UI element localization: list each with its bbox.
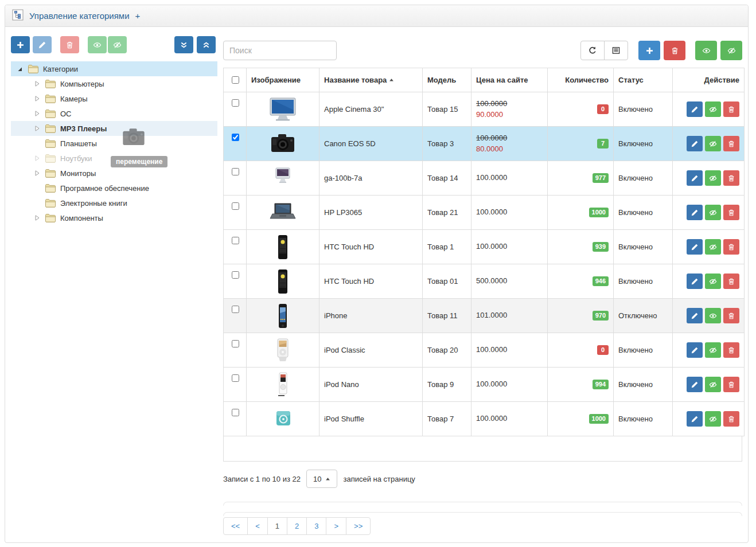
delete-button[interactable] (723, 170, 739, 186)
edit-button[interactable] (687, 101, 703, 117)
panel-add-link[interactable]: + (135, 11, 141, 21)
product-image (266, 337, 300, 364)
tree-item[interactable]: ОС (11, 106, 217, 121)
page-size-dropdown[interactable]: 10 (306, 470, 337, 488)
edit-button[interactable] (687, 308, 703, 323)
hide-button[interactable] (705, 136, 721, 151)
tree-item[interactable]: Электронные книги (11, 196, 217, 210)
column-header-image[interactable]: Изображение (247, 68, 319, 92)
edit-button[interactable] (687, 136, 703, 151)
show-products-button[interactable] (695, 41, 717, 60)
tree-expander-icon[interactable] (33, 214, 41, 222)
product-status: Включено (614, 402, 673, 436)
hide-products-button[interactable] (720, 41, 742, 60)
tree-expander-icon[interactable] (33, 124, 41, 132)
column-header-price[interactable]: Цена на сайте (471, 68, 548, 92)
row-checkbox[interactable] (232, 409, 239, 416)
hide-button[interactable] (705, 342, 721, 358)
row-checkbox[interactable] (232, 134, 239, 141)
edit-button[interactable] (687, 170, 703, 186)
edit-category-button[interactable] (33, 36, 52, 53)
collapse-all-button[interactable] (197, 36, 216, 53)
product-status: Включено (614, 368, 673, 402)
add-product-button[interactable] (638, 41, 660, 60)
table-header-row: Изображение Название товара Модель Цена … (224, 68, 745, 92)
tree-item[interactable]: Категории (11, 61, 217, 76)
select-all-checkbox[interactable] (232, 76, 239, 84)
hide-button[interactable] (705, 377, 721, 392)
expand-all-button[interactable] (174, 36, 193, 53)
row-checkbox[interactable] (232, 237, 239, 244)
column-header-name[interactable]: Название товара (319, 68, 423, 92)
hide-button[interactable] (705, 101, 721, 117)
hide-category-button[interactable] (108, 36, 127, 53)
hide-button[interactable] (705, 205, 721, 220)
page-button[interactable]: < (247, 517, 268, 535)
products-table-body: Apple Cinema 30" Товар 15 100.0000 90.00… (224, 92, 745, 436)
hide-button[interactable] (705, 274, 721, 289)
tree-expander-icon[interactable] (33, 80, 41, 88)
delete-button[interactable] (723, 136, 739, 151)
delete-category-button[interactable] (60, 36, 79, 53)
tree-item[interactable]: Компьютеры (11, 76, 217, 91)
column-header-model[interactable]: Модель (423, 68, 471, 92)
tree-item[interactable]: Мониторы (11, 166, 217, 181)
delete-button[interactable] (723, 101, 739, 117)
column-header-status[interactable]: Статус (614, 68, 673, 92)
tree-item[interactable]: Компоненты (11, 210, 217, 225)
edit-button[interactable] (687, 342, 703, 358)
edit-button[interactable] (687, 239, 703, 255)
row-checkbox[interactable] (232, 340, 239, 347)
row-checkbox[interactable] (232, 168, 239, 175)
edit-button[interactable] (687, 274, 703, 289)
row-checkbox[interactable] (232, 99, 239, 107)
row-checkbox[interactable] (232, 374, 239, 382)
product-model: Товар 14 (423, 161, 471, 196)
delete-products-button[interactable] (664, 41, 685, 60)
page-button[interactable]: >> (346, 517, 371, 535)
tree-item[interactable]: Програмное обеспечение (11, 181, 217, 196)
delete-button[interactable] (723, 205, 739, 220)
hide-button[interactable] (705, 411, 721, 427)
divider (223, 502, 742, 506)
page-button[interactable]: > (326, 517, 346, 535)
row-checkbox[interactable] (232, 202, 239, 210)
refresh-button[interactable] (580, 41, 605, 60)
delete-button[interactable] (723, 308, 739, 323)
hide-button[interactable] (705, 239, 721, 255)
delete-button[interactable] (723, 377, 739, 392)
delete-button[interactable] (723, 342, 739, 358)
page-button[interactable]: 3 (306, 517, 326, 535)
row-checkbox[interactable] (232, 306, 239, 313)
delete-button[interactable] (723, 274, 739, 289)
tree-expander-icon[interactable] (33, 110, 41, 118)
tree-item[interactable]: Камеры (11, 91, 217, 106)
edit-button[interactable] (687, 205, 703, 220)
show-category-button[interactable] (88, 36, 107, 53)
edit-button[interactable] (687, 411, 703, 427)
tree-item[interactable]: Планшеты (11, 136, 217, 151)
edit-button[interactable] (687, 377, 703, 392)
product-price: 100.0000 80.0000 (471, 127, 548, 161)
tree-expander-icon[interactable] (33, 169, 41, 177)
quantity-badge: 970 (593, 311, 609, 321)
tree-expander-icon[interactable] (15, 65, 24, 73)
product-image (266, 268, 300, 295)
column-header-quantity[interactable]: Количество (548, 68, 614, 92)
search-input[interactable] (223, 41, 337, 60)
row-checkbox[interactable] (232, 271, 239, 279)
tree-expander-icon[interactable] (33, 154, 41, 162)
delete-button[interactable] (723, 411, 739, 427)
tree-item[interactable]: MP3 Плееры (11, 121, 217, 136)
delete-button[interactable] (723, 239, 739, 255)
hide-button[interactable] (705, 170, 721, 186)
columns-button[interactable] (604, 41, 628, 60)
tree-expander-icon[interactable] (33, 95, 41, 103)
page-button[interactable]: 2 (287, 517, 307, 535)
folder-icon (28, 64, 39, 74)
page-button[interactable]: << (223, 517, 248, 535)
add-category-button[interactable] (11, 36, 30, 53)
folder-icon (45, 213, 56, 223)
page-button[interactable]: 1 (267, 517, 287, 535)
show-button[interactable] (705, 308, 721, 323)
